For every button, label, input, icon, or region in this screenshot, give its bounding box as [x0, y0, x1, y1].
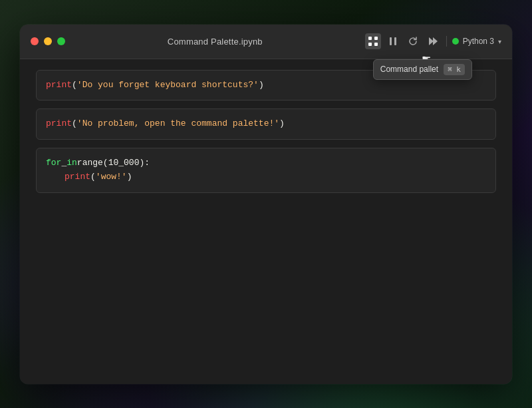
restart-button[interactable] [405, 33, 421, 49]
code-token: for [46, 156, 61, 170]
close-button[interactable] [31, 37, 39, 45]
cell-line: print ( 'wow!' ) [46, 170, 486, 184]
code-token: ) [279, 117, 285, 131]
svg-rect-4 [390, 37, 392, 45]
code-token: in [66, 156, 77, 170]
code-token: ) [259, 79, 264, 93]
toolbar-right: Python 3 ▾ [365, 33, 501, 49]
code-token: ( [72, 117, 77, 131]
code-token: ( [90, 170, 96, 184]
kernel-dropdown-arrow[interactable]: ▾ [498, 38, 501, 45]
svg-rect-2 [368, 43, 372, 46]
titlebar: Command Palette.ipynb [20, 25, 512, 59]
cell-line: print ( 'No problem, open the command pa… [46, 117, 486, 131]
traffic-lights [31, 37, 65, 45]
command-palette-button[interactable] [365, 33, 381, 49]
svg-marker-7 [433, 37, 438, 45]
kernel-status-indicator [452, 38, 459, 45]
code-token: ( [72, 79, 77, 93]
cell-line: print ( 'Do you forget keyboard shortcut… [46, 79, 486, 93]
code-token: 'wow!' [96, 170, 127, 184]
svg-rect-3 [374, 43, 378, 46]
code-token: range(10_000): [77, 156, 150, 170]
svg-rect-0 [368, 37, 372, 40]
code-token: 'Do you forget keyboard shortcuts?' [77, 79, 259, 93]
toolbar-separator [446, 36, 447, 47]
code-token: print [46, 117, 72, 131]
svg-rect-5 [394, 37, 396, 45]
code-token: print [46, 79, 72, 93]
cell-2[interactable]: print ( 'No problem, open the command pa… [36, 108, 496, 140]
maximize-button[interactable] [57, 37, 65, 45]
minimize-button[interactable] [44, 37, 52, 45]
svg-rect-1 [374, 37, 378, 40]
svg-marker-6 [429, 37, 434, 45]
window-title: Command Palette.ipynb [65, 37, 365, 47]
notebook-window: Command Palette.ipynb [20, 25, 512, 384]
interrupt-button[interactable] [385, 33, 401, 49]
command-palette-tooltip: Command pallet ⌘ k [373, 59, 472, 80]
code-token: print [65, 170, 90, 184]
code-token: ) [127, 170, 132, 184]
run-all-button[interactable] [425, 33, 441, 49]
notebook-content: print ( 'Do you forget keyboard shortcut… [20, 59, 512, 384]
kernel-name[interactable]: Python 3 [463, 37, 494, 46]
tooltip-shortcut: ⌘ k [444, 64, 465, 75]
code-token: 'No problem, open the command palette!' [77, 117, 279, 131]
cell-3[interactable]: for _ in range(10_000): print ( 'wow!' ) [36, 148, 496, 193]
cell-line: for _ in range(10_000): [46, 156, 486, 170]
tooltip-label: Command pallet [380, 65, 438, 74]
code-token: _ [61, 156, 66, 170]
